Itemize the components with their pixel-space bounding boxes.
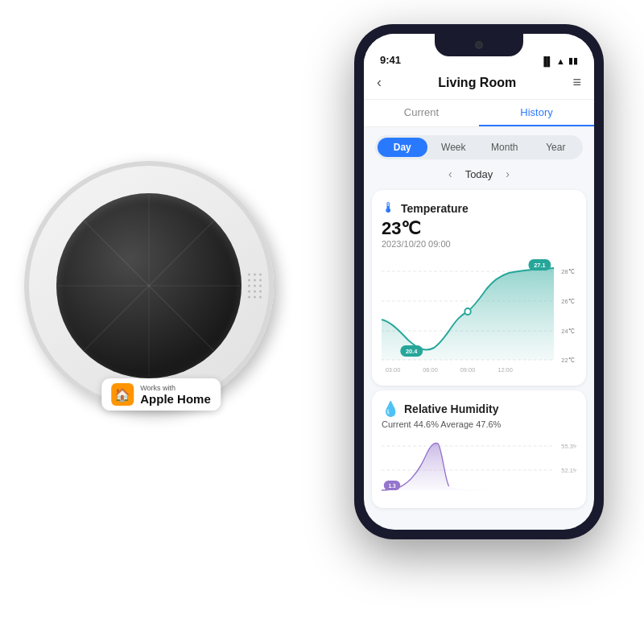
svg-text:1.3: 1.3 [389,483,396,489]
svg-text:24℃: 24℃ [561,328,575,335]
svg-text:22℃: 22℃ [561,357,575,364]
humidity-card: 💧 Relative Humidity Current 44.6% Averag… [372,390,586,508]
app-header: ‹ Living Room ≡ [364,69,594,100]
works-with-label: Works with [140,384,211,392]
svg-text:26℃: 26℃ [561,298,575,305]
svg-text:28℃: 28℃ [561,268,575,275]
device-face [56,193,242,378]
phone: 9:41 ▐▌ ▲ ▮▮ ‹ Living Room ≡ Current [354,24,604,539]
apple-home-icon: 🏠 [111,383,134,406]
page-title: Living Room [438,76,516,90]
svg-text:09:00: 09:00 [460,366,476,374]
period-week[interactable]: Week [429,138,479,157]
temperature-title: Temperature [401,202,469,215]
current-date-label: Today [465,168,493,180]
humidity-title: Relative Humidity [404,402,498,415]
prev-date-button[interactable]: ‹ [448,167,452,180]
front-camera [475,41,483,49]
apple-home-label: Apple Home [140,392,211,406]
svg-text:52.1%: 52.1% [561,467,576,474]
wifi-icon: ▲ [556,56,565,66]
battery-icon: ▮▮ [568,56,578,66]
phone-screen: 9:41 ▐▌ ▲ ▮▮ ‹ Living Room ≡ Current [364,34,594,530]
tab-current[interactable]: Current [364,100,479,126]
period-month[interactable]: Month [480,138,530,157]
device-body [24,161,274,411]
svg-point-8 [464,308,470,315]
temperature-card: 🌡 Temperature 23℃ 2023/10/20 09:00 [372,190,586,386]
phone-frame: 9:41 ▐▌ ▲ ▮▮ ‹ Living Room ≡ Current [354,24,604,539]
speaker-grille [248,274,262,299]
humidity-icon: 💧 [382,400,399,418]
svg-text:06:00: 06:00 [423,366,438,374]
sensor-device: 🏠 Works with Apple Home [24,161,298,435]
svg-text:20.4: 20.4 [406,348,418,355]
humidity-chart: 1.3 55.3% 52.1% [382,434,576,498]
period-day[interactable]: Day [378,138,427,157]
signal-icon: ▐▌ [541,56,554,66]
humidity-sub: Current 44.6% Average 47.6% [382,419,576,429]
svg-text:55.3%: 55.3% [561,443,576,450]
status-icons: ▐▌ ▲ ▮▮ [541,56,578,66]
status-time: 9:41 [380,54,401,66]
next-date-button[interactable]: › [506,167,510,180]
temperature-timestamp: 2023/10/20 09:00 [382,239,576,249]
main-tabs: Current History [364,100,594,127]
humidity-chart-svg: 1.3 55.3% 52.1% [382,434,576,498]
date-navigation: ‹ Today › [364,164,594,185]
svg-text:27.1: 27.1 [534,262,546,269]
svg-text:03:00: 03:00 [386,366,401,374]
temperature-chart: 20.4 27.1 28℃ 26℃ 24℃ 22℃ 03:00 06 [382,255,576,376]
back-button[interactable]: ‹ [377,74,382,91]
phone-notch [435,34,523,56]
tab-history[interactable]: History [479,100,594,126]
apple-home-badge: 🏠 Works with Apple Home [101,378,221,411]
svg-text:12:00: 12:00 [497,366,513,374]
period-filter: Day Week Month Year [375,135,583,159]
temperature-icon: 🌡 [382,200,396,217]
menu-button[interactable]: ≡ [572,74,581,91]
temperature-value: 23℃ [382,218,576,239]
temperature-chart-svg: 20.4 27.1 28℃ 26℃ 24℃ 22℃ 03:00 06 [382,255,576,376]
period-year[interactable]: Year [531,138,581,157]
